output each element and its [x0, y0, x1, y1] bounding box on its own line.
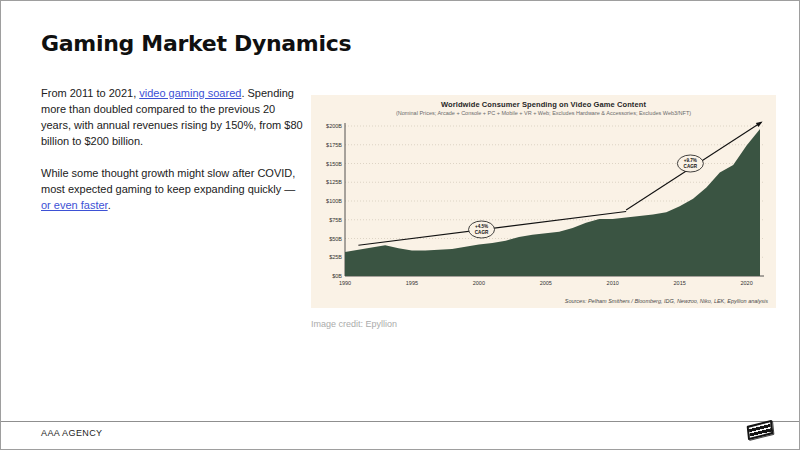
y-tick-label: $200B: [326, 123, 342, 129]
chart-plot-area: $0B$25B$50B$75B$100B$125B$150B$175B$200B…: [317, 118, 770, 296]
body-text: From 2011 to 2021, video gaming soared. …: [41, 85, 305, 213]
x-tick-label: 2005: [540, 280, 552, 286]
slide: Gaming Market Dynamics From 2011 to 2021…: [0, 0, 800, 450]
chart-subtitle: (Nominal Prices; Arcade + Console + PC +…: [317, 110, 770, 116]
cagr-annotation-label: +4.5%: [475, 224, 488, 229]
x-tick-label: 1990: [339, 280, 351, 286]
y-tick-label: $75B: [329, 217, 342, 223]
footer-agency-name: AAA AGENCY: [41, 428, 103, 438]
cagr-annotation-label: CAGR: [684, 164, 698, 169]
link-or-even-faster[interactable]: or even faster: [41, 199, 108, 211]
chart-source-note: Sources: Pelham Smithers / Bloomberg, ID…: [317, 298, 770, 304]
paragraph-2: While some thought growth might slow aft…: [41, 165, 305, 213]
page-title: Gaming Market Dynamics: [41, 31, 351, 56]
y-tick-label: $150B: [326, 161, 342, 167]
spending-chart: Worldwide Consumer Spending on Video Gam…: [311, 95, 776, 308]
x-tick-label: 2020: [740, 280, 752, 286]
x-tick-label: 2015: [674, 280, 686, 286]
p2-text-post: .: [108, 199, 111, 211]
cagr-annotation-label: CAGR: [475, 230, 489, 235]
cagr-annotation-label: +9.7%: [684, 158, 697, 163]
x-tick-label: 1995: [406, 280, 418, 286]
area-series: [345, 129, 760, 276]
x-tick-label: 2000: [473, 280, 485, 286]
y-tick-label: $100B: [326, 198, 342, 204]
x-tick-label: 2010: [607, 280, 619, 286]
y-tick-label: $50B: [329, 236, 342, 242]
image-credit-caption: Image credit: Epyllion: [311, 319, 397, 329]
paragraph-1: From 2011 to 2021, video gaming soared. …: [41, 85, 305, 149]
chart-title: Worldwide Consumer Spending on Video Gam…: [317, 100, 770, 109]
y-tick-label: $125B: [326, 179, 342, 185]
p1-text-pre: From 2011 to 2021,: [41, 87, 139, 99]
agency-stamp-logo-icon: [747, 420, 774, 440]
footer-divider: [1, 421, 800, 422]
link-video-gaming-soared[interactable]: video gaming soared: [139, 87, 241, 99]
y-tick-label: $25B: [329, 254, 342, 260]
p2-text-pre: While some thought growth might slow aft…: [41, 167, 295, 195]
y-tick-label: $175B: [326, 142, 342, 148]
y-tick-label: $0B: [332, 273, 342, 279]
chart-svg: $0B$25B$50B$75B$100B$125B$150B$175B$200B…: [317, 118, 770, 292]
